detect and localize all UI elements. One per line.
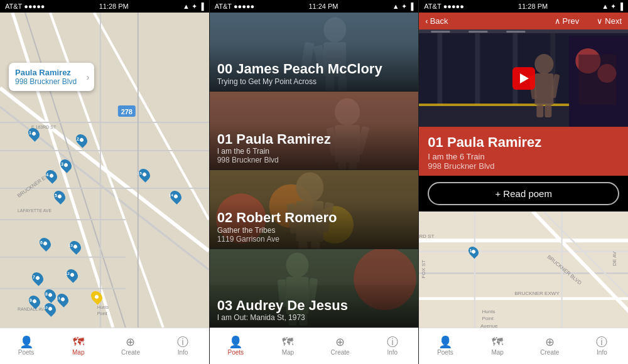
tab-create-3[interactable]: ⊕ Create: [524, 328, 576, 364]
tab-poets-1[interactable]: 👤 Poets: [0, 328, 52, 364]
svg-text:LAFAYETTE AVE: LAFAYETTE AVE: [18, 208, 51, 213]
svg-point-73: [535, 54, 554, 74]
play-button[interactable]: [512, 67, 535, 90]
poet-list-content: 00 James Peach McClory Trying to Get My …: [210, 13, 419, 328]
svg-text:Hunts: Hunts: [482, 309, 495, 314]
tab-bar-1: 👤 Poets 🗺 Map ⊕ Create ⓘ Info: [0, 328, 209, 364]
map-callout[interactable]: Paula Ramirez 998 Bruckner Blvd ›: [9, 63, 94, 91]
poet-info-1: 01 Paula Ramirez I am the 6 Train 998 Br…: [210, 127, 338, 169]
svg-rect-63: [419, 105, 575, 127]
tab-map-label-1: Map: [72, 349, 84, 356]
status-bar-3: AT&T ●●●●● 11:28 PM ▲ ✦ ▐: [419, 0, 628, 13]
tab-map-label-3: Map: [491, 349, 503, 356]
poet-name-3: 03 Audrey De Jesus: [217, 298, 348, 313]
poet-subtitle-3: I am Out: Manida St, 1973: [217, 313, 348, 322]
tab-info-label-3: Info: [597, 349, 607, 356]
status-left-3: AT&T ●●●●●: [424, 3, 464, 10]
prev-button[interactable]: ∧ Prev: [555, 16, 580, 26]
map-content: 278 BRUCKNER EXWY E 163RD ST LAFAYETTE A…: [0, 13, 209, 328]
poets-icon-1: 👤: [19, 336, 33, 348]
tab-poets-label-3: Poets: [437, 349, 453, 356]
poet-info-3: 03 Audrey De Jesus I am Out: Manida St, …: [210, 293, 355, 327]
tab-map-label-2: Map: [282, 349, 294, 356]
wifi-icon-2: ▲: [392, 3, 399, 10]
poet-item-2[interactable]: 02 Robert Romero Gather the Tribes 1119 …: [210, 170, 419, 249]
svg-text:DE AV: DE AV: [612, 251, 618, 266]
wifi-icon-1: ▲: [183, 3, 190, 10]
time-3: 11:28 PM: [518, 3, 548, 10]
back-chevron-icon: ‹: [425, 16, 428, 26]
poet-item-3[interactable]: 03 Audrey De Jesus I am Out: Manida St, …: [210, 249, 419, 328]
signal-bars-3: ●●●●●: [443, 3, 464, 10]
battery-icon-2: ▐: [409, 3, 414, 10]
phone-detail: AT&T ●●●●● 11:28 PM ▲ ✦ ▐ ‹ Back ∧ Prev …: [419, 0, 628, 364]
wifi-icon-3: ▲: [602, 3, 609, 10]
detail-nav: ‹ Back ∧ Prev ∨ Next: [419, 13, 628, 29]
tab-info-2[interactable]: ⓘ Info: [366, 328, 418, 364]
svg-text:Point: Point: [97, 311, 107, 316]
poet-info-0: 00 James Peach McClory Trying to Get My …: [210, 56, 390, 90]
tab-info-label-2: Info: [387, 349, 398, 356]
tab-poets-2[interactable]: 👤 Poets: [210, 328, 262, 364]
poet-subtitle-1: I am the 6 Train: [217, 147, 331, 156]
signal-bars-1: ●●●●●: [24, 3, 45, 10]
carrier-1: AT&T: [5, 3, 22, 10]
map-icon-2: 🗺: [282, 336, 293, 348]
svg-rect-68: [579, 55, 617, 105]
callout-name: Paula Ramirez: [15, 68, 77, 77]
tab-poets-3[interactable]: 👤 Poets: [419, 328, 471, 364]
next-label: Next: [605, 16, 622, 26]
status-right-2: ▲ ✦ ▐: [392, 3, 414, 11]
tab-info-3[interactable]: ⓘ Info: [576, 328, 628, 364]
callout-address: 998 Bruckner Blvd: [15, 77, 77, 86]
next-chevron-icon: ∨: [597, 16, 603, 26]
status-left-1: AT&T ●●●●●: [5, 3, 45, 10]
tab-map-3[interactable]: 🗺 Map: [472, 328, 524, 364]
svg-rect-70: [431, 31, 450, 33]
map-roads-svg: 278 BRUCKNER EXWY E 163RD ST LAFAYETTE A…: [0, 13, 209, 328]
create-icon-3: ⊕: [545, 336, 555, 348]
back-label: Back: [430, 16, 448, 26]
svg-rect-74: [535, 73, 554, 105]
tab-poets-label-2: Poets: [227, 349, 244, 356]
detail-subtitle: I am the 6 Train: [428, 152, 619, 161]
poets-icon-2: 👤: [229, 336, 242, 348]
signal-bars-2: ●●●●●: [234, 3, 254, 10]
poet-item-1[interactable]: 01 Paula Ramirez I am the 6 Train 998 Br…: [210, 92, 419, 171]
poet-name-0: 00 James Peach McClory: [217, 62, 382, 77]
svg-text:Point: Point: [482, 316, 494, 321]
tab-create-label-2: Create: [331, 349, 350, 356]
tab-map-1[interactable]: 🗺 Map: [52, 328, 104, 364]
phone-map: AT&T ●●●●● 11:28 PM ▲ ✦ ▐: [0, 0, 210, 364]
carrier-2: AT&T: [215, 3, 232, 10]
svg-rect-72: [507, 31, 526, 33]
next-button[interactable]: ∨ Next: [597, 16, 622, 26]
tab-info-1[interactable]: ⓘ Info: [157, 328, 209, 364]
tab-bar-2: 👤 Poets 🗺 Map ⊕ Create ⓘ Info: [210, 328, 419, 364]
status-right-1: ▲ ✦ ▐: [183, 3, 204, 11]
read-poem-button[interactable]: + Read poem: [428, 182, 619, 205]
svg-rect-77: [537, 105, 544, 117]
svg-text:278: 278: [121, 108, 133, 115]
info-icon-3: ⓘ: [596, 336, 607, 348]
status-bar-2: AT&T ●●●●● 11:24 PM ▲ ✦ ▐: [210, 0, 419, 13]
tab-poets-label-1: Poets: [18, 349, 35, 356]
tab-bar-3: 👤 Poets 🗺 Map ⊕ Create ⓘ Info: [419, 328, 628, 364]
tab-create-1[interactable]: ⊕ Create: [104, 328, 156, 364]
svg-text:Avenue: Avenue: [480, 323, 498, 328]
map-icon-1: 🗺: [73, 336, 84, 348]
back-button[interactable]: ‹ Back: [425, 16, 448, 26]
poet-subtitle-0: Trying to Get My Point Across: [217, 77, 382, 86]
battery-icon-1: ▐: [199, 3, 204, 10]
tab-map-2[interactable]: 🗺 Map: [262, 328, 314, 364]
callout-arrow-icon: ›: [86, 72, 89, 82]
tab-create-2[interactable]: ⊕ Create: [314, 328, 366, 364]
poet-name-1: 01 Paula Ramirez: [217, 132, 331, 147]
phone-list: AT&T ●●●●● 11:24 PM ▲ ✦ ▐: [210, 0, 420, 364]
battery-icon-3: ▐: [618, 3, 623, 10]
time-1: 11:28 PM: [99, 3, 129, 10]
info-icon-2: ⓘ: [387, 336, 398, 348]
poet-item-0[interactable]: 00 James Peach McClory Trying to Get My …: [210, 13, 419, 92]
video-player[interactable]: [419, 29, 628, 127]
status-bar-1: AT&T ●●●●● 11:28 PM ▲ ✦ ▐: [0, 0, 209, 13]
